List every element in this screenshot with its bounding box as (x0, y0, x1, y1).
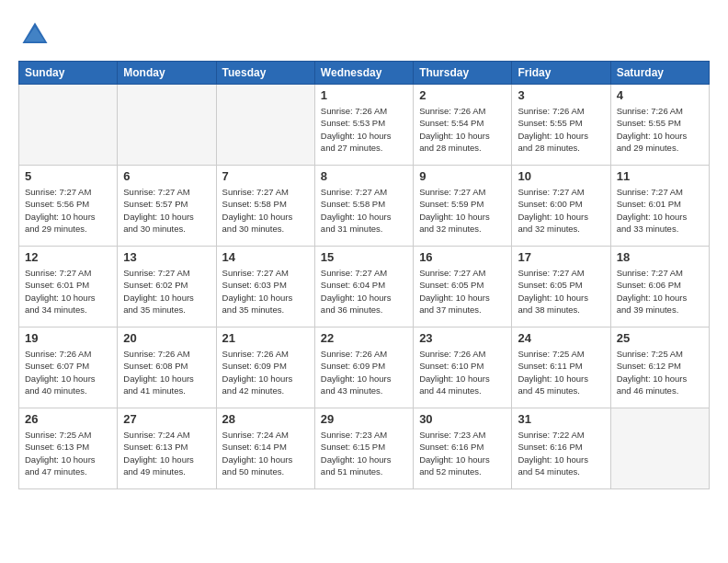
day-number: 31 (518, 412, 604, 426)
day-cell-21: 21Sunrise: 7:26 AMSunset: 6:09 PMDayligh… (216, 327, 314, 408)
day-number: 19 (25, 331, 111, 345)
week-row-4: 19Sunrise: 7:26 AMSunset: 6:07 PMDayligh… (19, 327, 710, 408)
day-number: 24 (518, 331, 604, 345)
weekday-header-tuesday: Tuesday (216, 62, 314, 85)
day-number: 10 (518, 169, 604, 183)
day-cell-8: 8Sunrise: 7:27 AMSunset: 5:58 PMDaylight… (314, 166, 413, 247)
day-number: 28 (222, 412, 309, 426)
day-cell-6: 6Sunrise: 7:27 AMSunset: 5:57 PMDaylight… (118, 166, 216, 247)
day-cell-10: 10Sunrise: 7:27 AMSunset: 6:00 PMDayligh… (512, 166, 610, 247)
day-cell-26: 26Sunrise: 7:25 AMSunset: 6:13 PMDayligh… (19, 408, 118, 489)
day-number: 29 (321, 412, 407, 426)
week-row-2: 5Sunrise: 7:27 AMSunset: 5:56 PMDaylight… (19, 166, 710, 247)
empty-cell (610, 408, 709, 489)
day-info: Sunrise: 7:23 AMSunset: 6:15 PMDaylight:… (321, 429, 407, 477)
day-number: 23 (419, 331, 506, 345)
day-number: 18 (617, 250, 703, 264)
day-info: Sunrise: 7:27 AMSunset: 6:01 PMDaylight:… (25, 267, 111, 316)
day-info: Sunrise: 7:27 AMSunset: 6:01 PMDaylight:… (617, 186, 703, 235)
week-row-5: 26Sunrise: 7:25 AMSunset: 6:13 PMDayligh… (19, 408, 710, 489)
day-cell-3: 3Sunrise: 7:26 AMSunset: 5:55 PMDaylight… (512, 85, 610, 166)
day-cell-2: 2Sunrise: 7:26 AMSunset: 5:54 PMDaylight… (414, 85, 512, 166)
day-number: 21 (222, 331, 309, 345)
weekday-header-friday: Friday (512, 62, 610, 85)
weekday-header-monday: Monday (118, 62, 216, 85)
day-number: 2 (419, 88, 506, 102)
day-cell-18: 18Sunrise: 7:27 AMSunset: 6:06 PMDayligh… (610, 247, 709, 327)
page-header (18, 18, 710, 52)
day-cell-28: 28Sunrise: 7:24 AMSunset: 6:14 PMDayligh… (216, 408, 314, 489)
week-row-3: 12Sunrise: 7:27 AMSunset: 6:01 PMDayligh… (19, 247, 710, 327)
day-cell-16: 16Sunrise: 7:27 AMSunset: 6:05 PMDayligh… (414, 247, 512, 327)
day-cell-7: 7Sunrise: 7:27 AMSunset: 5:58 PMDaylight… (216, 166, 314, 247)
day-cell-11: 11Sunrise: 7:27 AMSunset: 6:01 PMDayligh… (610, 166, 709, 247)
day-info: Sunrise: 7:27 AMSunset: 6:06 PMDaylight:… (617, 267, 703, 316)
day-info: Sunrise: 7:24 AMSunset: 6:14 PMDaylight:… (222, 429, 309, 477)
day-info: Sunrise: 7:27 AMSunset: 6:04 PMDaylight:… (321, 267, 407, 316)
day-number: 13 (123, 250, 210, 264)
calendar-table: SundayMondayTuesdayWednesdayThursdayFrid… (18, 61, 710, 489)
day-cell-31: 31Sunrise: 7:22 AMSunset: 6:16 PMDayligh… (512, 408, 610, 489)
day-cell-12: 12Sunrise: 7:27 AMSunset: 6:01 PMDayligh… (19, 247, 118, 327)
day-number: 8 (321, 169, 407, 183)
weekday-header-row: SundayMondayTuesdayWednesdayThursdayFrid… (19, 62, 710, 85)
day-info: Sunrise: 7:27 AMSunset: 6:05 PMDaylight:… (419, 267, 506, 316)
day-number: 1 (321, 88, 407, 102)
day-number: 11 (617, 169, 703, 183)
day-cell-24: 24Sunrise: 7:25 AMSunset: 6:11 PMDayligh… (512, 327, 610, 408)
day-info: Sunrise: 7:25 AMSunset: 6:12 PMDaylight:… (617, 348, 703, 396)
day-number: 25 (617, 331, 703, 345)
day-cell-1: 1Sunrise: 7:26 AMSunset: 5:53 PMDaylight… (314, 85, 413, 166)
weekday-header-thursday: Thursday (414, 62, 512, 85)
day-number: 5 (25, 169, 111, 183)
day-info: Sunrise: 7:26 AMSunset: 6:07 PMDaylight:… (25, 348, 111, 396)
day-info: Sunrise: 7:23 AMSunset: 6:16 PMDaylight:… (419, 429, 506, 477)
day-cell-20: 20Sunrise: 7:26 AMSunset: 6:08 PMDayligh… (118, 327, 216, 408)
day-number: 20 (123, 331, 210, 345)
day-info: Sunrise: 7:26 AMSunset: 6:09 PMDaylight:… (321, 348, 407, 396)
day-info: Sunrise: 7:26 AMSunset: 5:55 PMDaylight:… (617, 105, 703, 154)
day-cell-19: 19Sunrise: 7:26 AMSunset: 6:07 PMDayligh… (19, 327, 118, 408)
logo-icon (18, 18, 51, 52)
day-info: Sunrise: 7:26 AMSunset: 6:08 PMDaylight:… (123, 348, 210, 396)
day-cell-29: 29Sunrise: 7:23 AMSunset: 6:15 PMDayligh… (314, 408, 413, 489)
day-cell-5: 5Sunrise: 7:27 AMSunset: 5:56 PMDaylight… (19, 166, 118, 247)
day-info: Sunrise: 7:26 AMSunset: 5:54 PMDaylight:… (419, 105, 506, 154)
day-cell-25: 25Sunrise: 7:25 AMSunset: 6:12 PMDayligh… (610, 327, 709, 408)
day-cell-15: 15Sunrise: 7:27 AMSunset: 6:04 PMDayligh… (314, 247, 413, 327)
day-cell-27: 27Sunrise: 7:24 AMSunset: 6:13 PMDayligh… (118, 408, 216, 489)
day-info: Sunrise: 7:26 AMSunset: 6:10 PMDaylight:… (419, 348, 506, 396)
day-number: 27 (123, 412, 210, 426)
day-number: 17 (518, 250, 604, 264)
day-number: 7 (222, 169, 309, 183)
day-number: 4 (617, 88, 703, 102)
day-info: Sunrise: 7:26 AMSunset: 6:09 PMDaylight:… (222, 348, 309, 396)
day-info: Sunrise: 7:25 AMSunset: 6:11 PMDaylight:… (518, 348, 604, 396)
day-number: 16 (419, 250, 506, 264)
day-cell-13: 13Sunrise: 7:27 AMSunset: 6:02 PMDayligh… (118, 247, 216, 327)
day-info: Sunrise: 7:24 AMSunset: 6:13 PMDaylight:… (123, 429, 210, 477)
day-number: 22 (321, 331, 407, 345)
empty-cell (19, 85, 118, 166)
day-cell-14: 14Sunrise: 7:27 AMSunset: 6:03 PMDayligh… (216, 247, 314, 327)
day-info: Sunrise: 7:27 AMSunset: 6:03 PMDaylight:… (222, 267, 309, 316)
day-info: Sunrise: 7:26 AMSunset: 5:53 PMDaylight:… (321, 105, 407, 154)
empty-cell (216, 85, 314, 166)
empty-cell (118, 85, 216, 166)
day-number: 12 (25, 250, 111, 264)
day-info: Sunrise: 7:25 AMSunset: 6:13 PMDaylight:… (25, 429, 111, 477)
day-number: 3 (518, 88, 604, 102)
day-info: Sunrise: 7:27 AMSunset: 6:02 PMDaylight:… (123, 267, 210, 316)
day-cell-17: 17Sunrise: 7:27 AMSunset: 6:05 PMDayligh… (512, 247, 610, 327)
day-number: 30 (419, 412, 506, 426)
logo (18, 18, 55, 52)
day-cell-30: 30Sunrise: 7:23 AMSunset: 6:16 PMDayligh… (414, 408, 512, 489)
day-cell-4: 4Sunrise: 7:26 AMSunset: 5:55 PMDaylight… (610, 85, 709, 166)
week-row-1: 1Sunrise: 7:26 AMSunset: 5:53 PMDaylight… (19, 85, 710, 166)
day-info: Sunrise: 7:27 AMSunset: 5:59 PMDaylight:… (419, 186, 506, 235)
day-info: Sunrise: 7:27 AMSunset: 5:58 PMDaylight:… (222, 186, 309, 235)
day-info: Sunrise: 7:22 AMSunset: 6:16 PMDaylight:… (518, 429, 604, 477)
weekday-header-wednesday: Wednesday (314, 62, 413, 85)
weekday-header-sunday: Sunday (19, 62, 118, 85)
day-number: 9 (419, 169, 506, 183)
